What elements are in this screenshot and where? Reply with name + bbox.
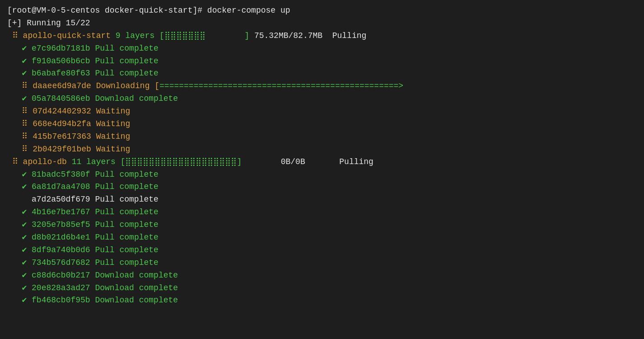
layer-d8b021: ✔ d8b021d6b4e1 Pull complete: [7, 231, 637, 244]
layer-81badc: ✔ 81badc5f380f Pull complete: [7, 169, 637, 181]
layer-07d424: ⠿ 07d424402932 Waiting: [7, 105, 637, 118]
layer-e7c96db: ✔ e7c96db7181b Pull complete: [7, 42, 637, 55]
layer-734b57: ✔ 734b576d7682 Pull complete: [7, 257, 637, 269]
layer-8df9a7: ✔ 8df9a740b0d6 Pull complete: [7, 244, 637, 257]
layer-668e4d: ⠿ 668e4d94b2fa Waiting: [7, 118, 637, 131]
running-line: [+] Running 15/22: [7, 17, 637, 30]
layer-2b0429: ⠿ 2b0429f01beb Waiting: [7, 143, 637, 156]
layer-05a7840: ✔ 05a7840586eb Download complete: [7, 93, 637, 105]
apollo-db-line: ⠿ apollo-db 11 layers [⣿⣿⣿⣿⣿⣿⣿⣿⣿⣿⣿⣿⣿⣿⣿⣿⣿…: [7, 156, 637, 169]
layer-415b7e: ⠿ 415b7e617363 Waiting: [7, 131, 637, 143]
layer-20e828: ✔ 20e828a3ad27 Download complete: [7, 282, 637, 295]
layer-fb468c: ✔ fb468cb0f95b Download complete: [7, 294, 637, 307]
cmd-line: [root@VM-0-5-centos docker-quick-start]#…: [7, 5, 637, 17]
layer-c88d6c: ✔ c88d6cb0b217 Download complete: [7, 269, 637, 282]
apollo-quick-start-line: ⠿ apollo-quick-start 9 layers [⣿⣿⣿⣿⣿⣿⣿ ]…: [7, 30, 637, 42]
layer-4b16e7: ✔ 4b16e7be1767 Pull complete: [7, 206, 637, 219]
terminal-window: [root@VM-0-5-centos docker-quick-start]#…: [7, 5, 637, 307]
prompt-text: [root@VM-0-5-centos docker-quick-start]#…: [7, 6, 290, 15]
layer-6a81d7: ✔ 6a81d7aa4708 Pull complete: [7, 181, 637, 193]
layer-f910a506: ✔ f910a506b6cb Pull complete: [7, 55, 637, 68]
layer-3205e7: ✔ 3205e7b85ef5 Pull complete: [7, 219, 637, 231]
layer-b6abafe: ✔ b6abafe80f63 Pull complete: [7, 67, 637, 80]
layer-a7d2a5: a7d2a50df679 Pull complete: [7, 193, 637, 206]
layer-daaee6d: ⠿ daaee6d9a7de Downloading [============…: [7, 80, 637, 93]
